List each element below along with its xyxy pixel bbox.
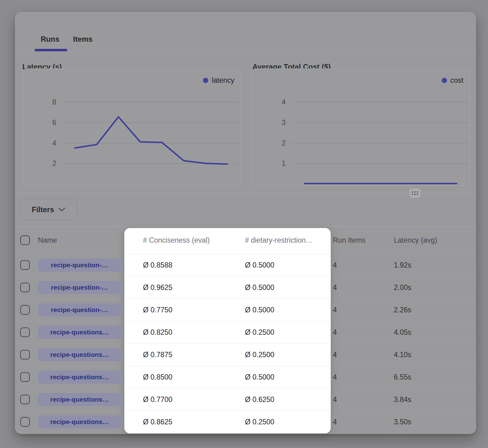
resize-drag-handle-icon[interactable] bbox=[409, 189, 421, 198]
run-name-badge[interactable]: recipe-question-… bbox=[38, 281, 121, 294]
table-header-row: Name # Conciseness (eval) # dietary-rest… bbox=[15, 226, 476, 254]
conciseness-score: Ø 0.7750 bbox=[143, 306, 173, 314]
cost-legend-label: cost bbox=[450, 76, 463, 85]
table-row: recipe-questions… Ø 0.8500 Ø 0.5000 4 6.… bbox=[15, 366, 476, 388]
run-items-count: 4 bbox=[333, 351, 337, 359]
cost-legend: cost bbox=[442, 76, 463, 85]
active-tab-indicator bbox=[35, 49, 67, 51]
dietary-restriction-score: Ø 0.2500 bbox=[245, 418, 274, 426]
run-name-badge[interactable]: recipe-questions… bbox=[38, 393, 121, 406]
row-checkbox[interactable] bbox=[20, 417, 30, 427]
run-items-count: 4 bbox=[333, 373, 337, 381]
run-items-count: 4 bbox=[333, 261, 337, 269]
run-name-badge[interactable]: recipe-questions… bbox=[38, 326, 121, 339]
run-items-count: 4 bbox=[333, 283, 337, 292]
run-items-count: 4 bbox=[333, 306, 337, 314]
chevron-down-icon bbox=[58, 208, 65, 212]
latency-avg-value: 4.10s bbox=[394, 351, 411, 359]
table-row: recipe-question-… Ø 0.8588 Ø 0.5000 4 1.… bbox=[15, 254, 476, 276]
run-name-badge[interactable]: recipe-question-… bbox=[38, 259, 121, 272]
run-items-count: 4 bbox=[333, 395, 337, 404]
app-screenshot: Runs Items Latency (s) Average Total Cos… bbox=[0, 0, 488, 448]
row-checkbox[interactable] bbox=[20, 372, 30, 382]
table-row: recipe-question-… Ø 0.7750 Ø 0.5000 4 2.… bbox=[15, 299, 476, 321]
column-header-latency-avg[interactable]: Latency (avg) bbox=[394, 236, 437, 244]
run-name-badge[interactable]: recipe-question-… bbox=[38, 303, 121, 316]
latency-legend-dot-icon bbox=[203, 78, 208, 83]
dietary-restriction-score: Ø 0.6250 bbox=[245, 395, 274, 404]
cost-chart: 4 3 2 1 cost bbox=[252, 68, 470, 186]
row-checkbox[interactable] bbox=[20, 328, 30, 337]
latency-legend: latency bbox=[203, 76, 234, 85]
dietary-restriction-score: Ø 0.5000 bbox=[245, 283, 274, 292]
latency-avg-value: 3.84s bbox=[394, 395, 411, 404]
conciseness-score: Ø 0.8500 bbox=[143, 373, 173, 381]
conciseness-score: Ø 0.8625 bbox=[143, 418, 173, 426]
column-header-run-items[interactable]: Run Items bbox=[333, 236, 366, 244]
tab-runs[interactable]: Runs bbox=[41, 35, 59, 44]
latency-avg-value: 6.55s bbox=[394, 373, 411, 381]
conciseness-score: Ø 0.7700 bbox=[143, 395, 173, 404]
column-header-conciseness[interactable]: # Conciseness (eval) bbox=[143, 236, 210, 244]
row-checkbox[interactable] bbox=[20, 283, 30, 292]
latency-avg-value: 2.00s bbox=[394, 283, 411, 292]
table-row: recipe-questions… Ø 0.7875 Ø 0.2500 4 4.… bbox=[15, 343, 476, 366]
conciseness-score: Ø 0.9625 bbox=[143, 283, 173, 292]
column-header-dietary-restriction[interactable]: # dietary-restriction… bbox=[245, 236, 313, 244]
tabs-divider bbox=[15, 51, 476, 52]
latency-avg-value: 2.26s bbox=[394, 306, 411, 314]
row-checkbox[interactable] bbox=[20, 350, 30, 360]
table-row: recipe-questions… Ø 0.8625 Ø 0.2500 4 3.… bbox=[15, 411, 476, 433]
cost-legend-dot-icon bbox=[442, 78, 447, 83]
table-row: recipe-question-… Ø 0.9625 Ø 0.5000 4 2.… bbox=[15, 276, 476, 299]
cost-line-plot bbox=[252, 69, 471, 186]
dietary-restriction-score: Ø 0.5000 bbox=[245, 373, 274, 381]
table-row: recipe-questions… Ø 0.7700 Ø 0.6250 4 3.… bbox=[15, 388, 476, 411]
conciseness-score: Ø 0.8588 bbox=[143, 261, 173, 269]
latency-legend-label: latency bbox=[212, 76, 234, 85]
row-checkbox[interactable] bbox=[20, 305, 30, 315]
latency-avg-value: 1.92s bbox=[394, 261, 411, 269]
run-name-badge[interactable]: recipe-questions… bbox=[38, 371, 121, 384]
latency-avg-value: 4.05s bbox=[394, 328, 411, 337]
dietary-restriction-score: Ø 0.2500 bbox=[245, 328, 274, 337]
latency-avg-value: 3.50s bbox=[394, 418, 411, 426]
run-name-badge[interactable]: recipe-questions… bbox=[38, 348, 121, 361]
select-all-checkbox[interactable] bbox=[20, 235, 30, 245]
tab-items[interactable]: Items bbox=[73, 35, 93, 44]
latency-chart: 8 6 4 2 latency bbox=[22, 68, 241, 186]
dietary-restriction-score: Ø 0.5000 bbox=[245, 306, 274, 314]
run-items-count: 4 bbox=[333, 328, 337, 337]
conciseness-score: Ø 0.7875 bbox=[143, 351, 173, 359]
filters-button[interactable]: Filters bbox=[20, 199, 77, 220]
run-name-badge[interactable]: recipe-questions… bbox=[38, 415, 121, 428]
row-checkbox[interactable] bbox=[20, 395, 30, 404]
charts-divider bbox=[15, 194, 476, 194]
table-row: recipe-questions… Ø 0.8250 Ø 0.2500 4 4.… bbox=[15, 321, 476, 343]
dietary-restriction-score: Ø 0.2500 bbox=[245, 351, 274, 359]
latency-line-plot bbox=[23, 69, 241, 186]
filters-button-label: Filters bbox=[32, 205, 54, 214]
run-items-count: 4 bbox=[333, 418, 337, 426]
conciseness-score: Ø 0.8250 bbox=[143, 328, 173, 337]
column-header-name[interactable]: Name bbox=[38, 236, 57, 244]
dietary-restriction-score: Ø 0.5000 bbox=[245, 261, 274, 269]
row-checkbox[interactable] bbox=[20, 260, 30, 270]
